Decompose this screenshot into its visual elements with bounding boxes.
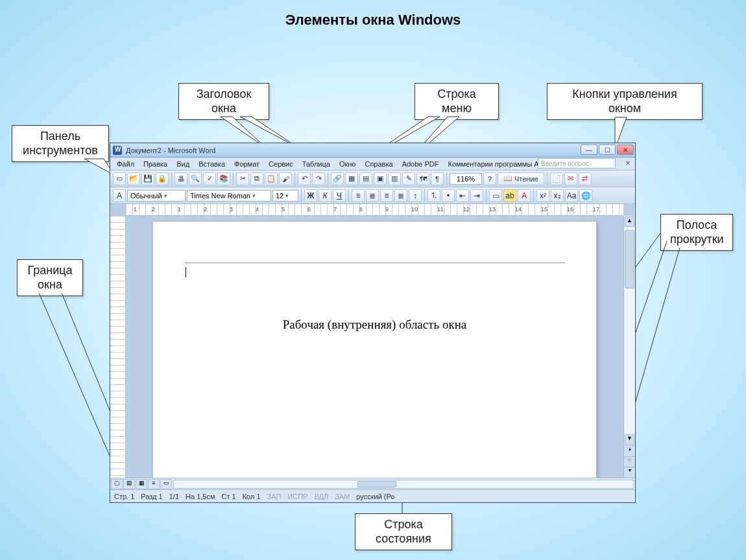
- scroll-track[interactable]: [624, 228, 635, 434]
- open-icon[interactable]: 📂: [127, 172, 140, 185]
- outline-view-icon[interactable]: ≡: [148, 479, 160, 489]
- status-trk[interactable]: ИСПР: [287, 493, 307, 500]
- menu-adobe-pdf[interactable]: Adobe PDF: [398, 159, 443, 169]
- bullets-button[interactable]: •: [442, 189, 455, 202]
- preview-icon[interactable]: 🔍: [189, 172, 202, 185]
- minimize-button[interactable]: —: [581, 145, 597, 155]
- menu-format[interactable]: Формат: [230, 159, 263, 169]
- vertical-ruler[interactable]: [110, 216, 126, 478]
- cut-icon[interactable]: ✂: [236, 172, 249, 185]
- scroll-up-icon[interactable]: ▲: [625, 216, 634, 227]
- research-icon[interactable]: 📚: [217, 172, 230, 185]
- horizontal-ruler[interactable]: 1 2 1 2 3 4 5 6 7 8 9 10 11 12 13 14 15 …: [126, 204, 623, 216]
- columns-icon[interactable]: ▥: [388, 172, 401, 185]
- menu-file[interactable]: Файл: [113, 159, 138, 169]
- help-search-input[interactable]: Введите вопрос: [538, 158, 616, 169]
- bold-button[interactable]: Ж: [304, 189, 317, 202]
- document-area[interactable]: Рабочая (внутренняя) область окна: [126, 216, 623, 478]
- help-icon[interactable]: ?: [483, 172, 496, 185]
- print-icon[interactable]: 🖶: [174, 172, 187, 185]
- pdf-convert-icon[interactable]: 📄: [550, 172, 563, 185]
- subscript-button[interactable]: x₂: [551, 189, 564, 202]
- select-browse-icon[interactable]: ○: [624, 456, 635, 467]
- pdf-review-icon[interactable]: ⇄: [579, 172, 592, 185]
- vertical-scrollbar[interactable]: ▲ ▼ ▴ ○ ▾: [623, 216, 635, 478]
- drawing-icon[interactable]: ✎: [402, 172, 415, 185]
- web-view-icon[interactable]: ▤: [123, 479, 135, 489]
- hscroll-thumb[interactable]: [357, 481, 396, 487]
- permission-icon[interactable]: 🔒: [156, 172, 169, 185]
- document-page[interactable]: Рабочая (внутренняя) область окна: [152, 221, 597, 478]
- status-ext[interactable]: ВДЛ: [314, 493, 328, 500]
- status-lang[interactable]: русский (Ро: [356, 493, 394, 500]
- slide-title: Элементы окна Windows: [0, 12, 746, 29]
- menu-view[interactable]: Вид: [173, 159, 193, 169]
- paste-icon[interactable]: 📋: [265, 172, 278, 185]
- reading-layout-button[interactable]: 📖Чтение: [498, 172, 544, 185]
- spellcheck-icon[interactable]: ✓: [203, 172, 216, 185]
- new-doc-icon[interactable]: ▭: [113, 172, 126, 185]
- borders-button[interactable]: ▭: [489, 189, 502, 202]
- language-button[interactable]: 🌐: [579, 189, 592, 202]
- insert-table-icon[interactable]: ▤: [359, 172, 372, 185]
- prev-page-icon[interactable]: ▴: [624, 445, 635, 456]
- menu-edit[interactable]: Правка: [139, 159, 171, 169]
- normal-view-icon[interactable]: ▢: [111, 479, 123, 489]
- decrease-indent-button[interactable]: ⇤: [456, 189, 469, 202]
- next-page-icon[interactable]: ▾: [624, 467, 635, 478]
- svg-line-10: [39, 293, 112, 460]
- italic-button[interactable]: К: [319, 189, 331, 202]
- menu-help[interactable]: Справка: [361, 159, 396, 169]
- font-color-button[interactable]: A: [518, 189, 531, 202]
- menu-insert[interactable]: Вставка: [195, 159, 229, 169]
- status-section: Разд 1: [141, 493, 162, 500]
- menu-window[interactable]: Окно: [335, 159, 360, 169]
- style-combo[interactable]: Обычный▾: [127, 190, 186, 202]
- close-doc-button[interactable]: ×: [623, 159, 632, 168]
- numbering-button[interactable]: ⒈: [427, 189, 440, 202]
- callout-status-bar: Строка состояния: [355, 513, 452, 550]
- zoom-combo[interactable]: 116%: [450, 173, 482, 185]
- maximize-button[interactable]: ☐: [599, 145, 616, 155]
- line-spacing-button[interactable]: ↕: [409, 189, 422, 202]
- format-painter-icon[interactable]: 🖌: [279, 172, 292, 185]
- print-view-icon[interactable]: ▦: [136, 479, 147, 489]
- svg-line-6: [632, 233, 660, 272]
- title-bar[interactable]: Документ2 - Microsoft Word — ☐ ✕: [110, 143, 635, 158]
- align-center-button[interactable]: ≣: [366, 189, 379, 202]
- menu-bar: Файл Правка Вид Вставка Формат Сервис Та…: [110, 158, 635, 170]
- underline-button[interactable]: Ч: [333, 189, 346, 202]
- change-case-button[interactable]: Aa: [565, 189, 578, 202]
- align-left-button[interactable]: ≡: [352, 189, 365, 202]
- reading-view-icon[interactable]: ▭: [160, 479, 172, 489]
- redo-icon[interactable]: ↷: [312, 172, 325, 185]
- menu-table[interactable]: Таблица: [298, 159, 334, 169]
- status-ovr[interactable]: ЗАМ: [335, 493, 350, 500]
- show-marks-icon[interactable]: ¶: [431, 172, 444, 185]
- superscript-button[interactable]: x²: [536, 189, 549, 202]
- status-pages: 1/1: [169, 493, 179, 500]
- align-right-button[interactable]: ≡: [380, 189, 393, 202]
- font-size-combo[interactable]: 12▾: [272, 190, 298, 202]
- menu-tools[interactable]: Сервис: [265, 159, 297, 169]
- pdf-email-icon[interactable]: ✉: [564, 172, 577, 185]
- excel-icon[interactable]: ▣: [374, 172, 387, 185]
- callout-window-buttons: Кнопки управления окном: [547, 83, 703, 120]
- horizontal-scrollbar[interactable]: [173, 480, 634, 489]
- save-icon[interactable]: 💾: [141, 172, 154, 185]
- highlight-button[interactable]: ab: [503, 189, 516, 202]
- undo-icon[interactable]: ↶: [298, 172, 311, 185]
- font-combo[interactable]: Times New Roman▾: [187, 190, 271, 202]
- hyperlink-icon[interactable]: 🔗: [331, 172, 344, 185]
- status-rec[interactable]: ЗАП: [267, 493, 282, 500]
- styles-pane-icon[interactable]: A: [113, 189, 126, 202]
- callout-title-bar: Заголовок окна: [178, 83, 269, 120]
- copy-icon[interactable]: ⧉: [250, 172, 263, 185]
- tables-borders-icon[interactable]: ▦: [345, 172, 358, 185]
- align-justify-button[interactable]: ≣: [394, 189, 407, 202]
- scroll-thumb[interactable]: [625, 230, 634, 288]
- close-button[interactable]: ✕: [617, 145, 634, 155]
- doc-map-icon[interactable]: 🗺: [416, 172, 429, 185]
- scroll-down-icon[interactable]: ▼: [625, 434, 634, 445]
- increase-indent-button[interactable]: ⇥: [470, 189, 483, 202]
